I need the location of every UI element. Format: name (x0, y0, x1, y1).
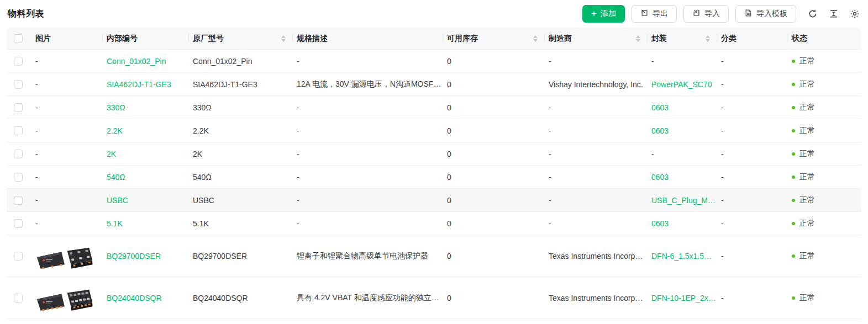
row-checkbox[interactable] (14, 173, 23, 182)
cell-link-internal_no[interactable]: BQ24040DSQR (107, 294, 162, 302)
status-label: 正常 (799, 293, 815, 303)
cell-spec: - (292, 142, 443, 165)
cell-image: - (31, 96, 102, 119)
part-image[interactable] (35, 283, 93, 314)
cell-link-internal_no[interactable]: 330Ω (107, 103, 125, 112)
column-header-label: 可用库存 (447, 34, 478, 44)
column-header-package[interactable]: 封装 (647, 28, 717, 49)
refresh-button[interactable] (807, 8, 818, 19)
cell-internal_no: USBC (102, 189, 188, 211)
row-height-button[interactable] (828, 8, 839, 19)
cell-link-package[interactable]: 0603 (651, 126, 669, 135)
cell-text-stock: 0 (447, 294, 451, 302)
cell-text-image: - (35, 196, 38, 205)
column-header-manufacturer[interactable]: 制造商 (544, 28, 647, 49)
sort-icon[interactable] (633, 35, 640, 42)
sort-icon[interactable] (530, 35, 538, 42)
import-button[interactable]: 导入 (683, 5, 729, 23)
cell-text-manufacturer: - (549, 57, 551, 66)
cell-link-package[interactable]: DFN-10-1EP_2x2... (651, 294, 717, 302)
part-image[interactable] (35, 241, 93, 272)
select-all-checkbox[interactable] (14, 34, 23, 43)
cell-category: - (717, 235, 787, 277)
cell-category: - (717, 50, 787, 72)
cell-text-mpn: 2.2K (193, 126, 209, 135)
row-checkbox[interactable] (14, 126, 23, 135)
column-header-stock[interactable]: 可用库存 (443, 28, 544, 49)
cell-internal_no: BQ29700DSER (102, 235, 188, 277)
caret-down-icon (281, 39, 286, 42)
cell-text-stock: 0 (447, 196, 451, 205)
cell-image: - (31, 212, 102, 235)
cell-internal_no: BQ24040DSQR (102, 277, 188, 318)
cell-text-stock: 0 (447, 57, 451, 66)
cell-link-internal_no[interactable]: SIA462DJ-T1-GE3 (107, 80, 171, 89)
cell-text-mpn: 2K (193, 150, 202, 158)
import-template-button[interactable]: 导入模板 (735, 5, 796, 23)
cell-text-mpn: SIA462DJ-T1-GE3 (193, 80, 257, 89)
cell-text-category: - (721, 196, 724, 205)
sort-icon[interactable] (278, 35, 286, 42)
cell-link-package[interactable]: 0603 (651, 219, 669, 228)
sort-icon[interactable] (702, 35, 710, 42)
column-header-spec: 规格描述 (292, 28, 443, 49)
row-checkbox[interactable] (14, 252, 23, 261)
table-row: -2K2K-0---正常 (7, 142, 861, 166)
cell-link-internal_no[interactable]: 2K (107, 150, 116, 158)
cell-link-internal_no[interactable]: 540Ω (107, 173, 125, 182)
cell-mpn: BQ29700DSER (188, 235, 292, 277)
cell-status: 正常 (787, 212, 861, 235)
cell-link-internal_no[interactable]: Conn_01x02_Pin (107, 57, 166, 66)
cell-stock: 0 (443, 119, 544, 142)
row-checkbox[interactable] (14, 57, 23, 66)
cell-link-package[interactable]: 0603 (651, 173, 669, 182)
cell-text-stock: 0 (447, 173, 451, 182)
cell-text-mpn: 330Ω (193, 103, 212, 112)
row-checkbox[interactable] (14, 219, 23, 228)
cell-manufacturer: Vishay Intertechnology, Inc. (544, 73, 647, 95)
cell-link-internal_no[interactable]: BQ29700DSER (107, 252, 161, 261)
export-button[interactable]: 导出 (632, 5, 677, 23)
column-header-status: 状态 (787, 28, 861, 49)
row-checkbox[interactable] (14, 196, 23, 205)
cell-link-internal_no[interactable]: 2.2K (107, 126, 123, 135)
cell-link-package[interactable]: USB_C_Plug_Mole... (651, 196, 717, 205)
table-row: -5.1K5.1K-0-0603-正常 (7, 212, 861, 235)
row-checkbox[interactable] (14, 103, 23, 112)
status-dot-icon (792, 176, 795, 179)
status-label: 正常 (799, 103, 815, 113)
cell-text-category: - (721, 126, 724, 135)
row-checkbox[interactable] (14, 80, 23, 89)
row-checkbox[interactable] (14, 294, 23, 302)
cell-text-package: - (651, 57, 654, 66)
row-checkbox[interactable] (14, 150, 23, 158)
cell-text-manufacturer: - (549, 126, 551, 135)
import-button-label: 导入 (704, 9, 720, 19)
cell-link-internal_no[interactable]: USBC (107, 196, 128, 205)
caret-down-icon (706, 39, 710, 42)
cell-text-image: - (35, 150, 38, 158)
cell-package: DFN-6_1.5x1.5m... (647, 235, 717, 277)
cell-category: - (717, 277, 787, 318)
column-header-image: 图片 (31, 28, 102, 49)
cell-text-mpn: BQ24040DSQR (193, 294, 248, 302)
cell-status: 正常 (787, 119, 861, 142)
cell-status: 正常 (787, 73, 861, 95)
status-label: 正常 (799, 219, 815, 229)
cell-package: DFN-10-1EP_2x2... (647, 277, 717, 318)
cell-category: - (717, 212, 787, 235)
cell-stock: 0 (443, 235, 544, 277)
cell-link-package[interactable]: DFN-6_1.5x1.5m... (651, 252, 717, 261)
cell-link-package[interactable]: 0603 (651, 103, 669, 112)
cell-text-mpn: BQ29700DSER (193, 252, 247, 261)
row-checkbox-cell (7, 96, 31, 119)
table-row: -Conn_01x02_PinConn_01x02_Pin-0---正常 (7, 50, 861, 73)
top-bar: 物料列表 + 添加 导出 导入 (0, 0, 868, 28)
cell-manufacturer: - (544, 142, 647, 165)
cell-text-stock: 0 (447, 219, 451, 228)
settings-button[interactable] (849, 8, 860, 19)
cell-link-internal_no[interactable]: 5.1K (107, 219, 123, 228)
cell-link-package[interactable]: PowerPAK_SC70 (651, 80, 712, 89)
add-button[interactable]: + 添加 (582, 5, 625, 23)
column-header-mpn[interactable]: 原厂型号 (188, 28, 292, 49)
